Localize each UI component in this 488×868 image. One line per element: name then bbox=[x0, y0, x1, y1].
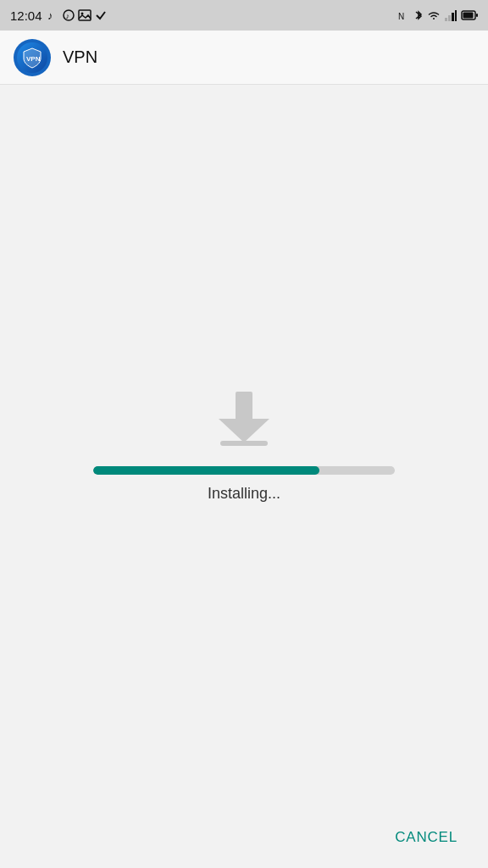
music-circle-icon: ♪ bbox=[63, 9, 75, 21]
app-logo: VPN bbox=[14, 39, 51, 76]
app-bar: VPN VPN bbox=[0, 31, 488, 85]
svg-point-4 bbox=[80, 13, 83, 15]
progress-bar-track bbox=[93, 466, 395, 475]
svg-rect-8 bbox=[452, 13, 454, 21]
svg-text:N: N bbox=[398, 12, 404, 21]
signal-icon bbox=[445, 9, 457, 21]
cancel-button[interactable]: CANCEL bbox=[385, 822, 468, 853]
installing-label: Installing... bbox=[208, 485, 280, 503]
music-note-icon: ♪ bbox=[47, 9, 59, 21]
app-title: VPN bbox=[63, 47, 97, 67]
status-bar: 12:04 ♪ ♪ N bbox=[0, 0, 488, 31]
svg-text:VPN: VPN bbox=[26, 55, 41, 63]
nfc-icon: N bbox=[398, 9, 410, 21]
svg-text:♪: ♪ bbox=[47, 9, 53, 21]
image-icon bbox=[78, 9, 92, 21]
svg-text:♪: ♪ bbox=[65, 12, 69, 20]
svg-rect-12 bbox=[476, 14, 478, 17]
status-bar-left: 12:04 ♪ ♪ bbox=[10, 8, 107, 23]
download-icon-wrap bbox=[210, 390, 278, 446]
svg-rect-7 bbox=[448, 15, 451, 21]
status-bar-right: N bbox=[398, 9, 478, 21]
check-icon bbox=[95, 9, 107, 21]
progress-container: Installing... bbox=[93, 466, 395, 503]
svg-rect-9 bbox=[455, 10, 457, 21]
download-icon bbox=[210, 390, 278, 446]
bottom-bar: CANCEL bbox=[0, 807, 488, 868]
status-time: 12:04 bbox=[10, 8, 42, 23]
bluetooth-icon bbox=[414, 9, 423, 21]
progress-bar-fill bbox=[93, 466, 319, 475]
vpn-logo-icon: VPN bbox=[20, 46, 44, 70]
main-content: Installing... bbox=[0, 85, 488, 807]
svg-rect-14 bbox=[236, 392, 252, 420]
svg-marker-15 bbox=[219, 419, 269, 442]
wifi-icon bbox=[427, 9, 441, 21]
battery-icon bbox=[461, 9, 478, 21]
svg-rect-16 bbox=[220, 441, 268, 446]
status-icons-left: ♪ ♪ bbox=[47, 9, 107, 21]
app-logo-inner: VPN bbox=[17, 42, 47, 73]
svg-rect-11 bbox=[463, 13, 474, 19]
svg-rect-6 bbox=[445, 18, 447, 21]
